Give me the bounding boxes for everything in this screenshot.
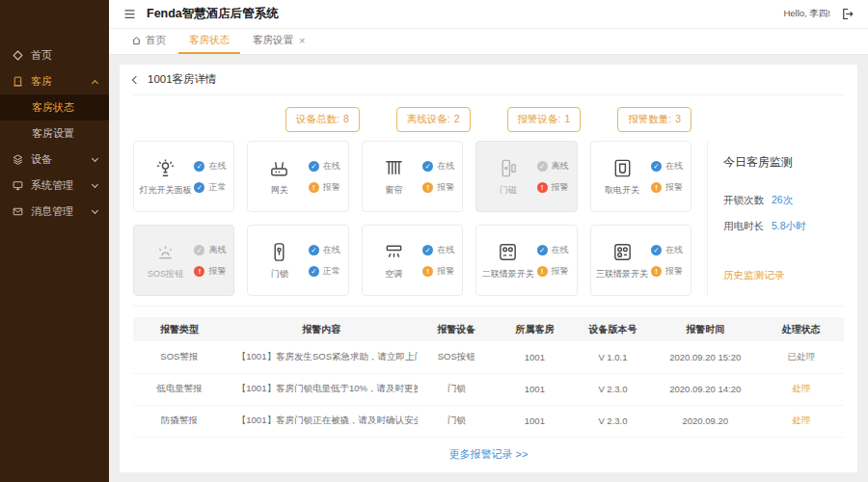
top-bar: Fenda智慧酒店后管系统 Hello, 李四! — [109, 0, 868, 29]
sidebar-item-messages[interactable]: 消息管理 — [0, 199, 109, 225]
lamp-icon — [154, 157, 176, 179]
cell-alarm-time: 2020.09.20 — [652, 405, 759, 437]
device-status-state: 正常 — [194, 181, 226, 194]
stat-offline-devices: 离线设备:2 — [396, 107, 471, 132]
close-icon[interactable]: × — [299, 35, 305, 46]
sidebar-item-system[interactable]: 系统管理 — [0, 173, 109, 199]
device-card-sos-button[interactable]: SOS按钮 离线 报警 — [133, 225, 234, 296]
cell-alarm-device: 门锁 — [418, 405, 496, 437]
handle-action-link[interactable]: 处理 — [759, 405, 844, 437]
cell-alarm-type: SOS警报 — [133, 341, 226, 373]
power-switch-icon — [611, 157, 634, 179]
device-label: 二联情景开关 — [482, 268, 534, 281]
tab-home[interactable]: 首页 — [121, 29, 176, 54]
stat-total-devices: 设备总数:8 — [285, 107, 360, 132]
device-status-connection: 离线 — [537, 160, 569, 173]
unlock-count-value: 26次 — [772, 194, 793, 207]
door-sensor-icon — [497, 157, 519, 179]
cell-room: 1001 — [496, 341, 574, 373]
sidebar-item-rooms[interactable]: 客房 — [0, 68, 109, 94]
device-status-state: 正常 — [309, 265, 340, 278]
device-grid: 灯光开关面板 在线 正常 — [133, 141, 707, 296]
tab-label: 客房设置 — [253, 34, 293, 47]
tab-room-status[interactable]: 客房状态 — [178, 29, 240, 54]
tab-room-settings[interactable]: 客房设置 × — [242, 29, 315, 54]
device-status-connection: 在线 — [422, 160, 454, 173]
status-alert-icon — [651, 266, 662, 277]
sidebar-item-room-settings[interactable]: 客房设置 — [0, 120, 109, 147]
device-status-connection: 在线 — [309, 160, 340, 173]
chevron-down-icon — [92, 154, 98, 161]
sidebar-item-home[interactable]: 首页 — [0, 42, 109, 68]
logout-icon[interactable] — [840, 7, 854, 21]
device-label: 空调 — [385, 268, 402, 281]
room-icon — [12, 75, 24, 88]
sidebar-item-label: 客房 — [31, 74, 52, 89]
device-label: 取电开关 — [605, 184, 639, 197]
main-area: Fenda智慧酒店后管系统 Hello, 李四! 首页 客房状态 客房设置 × — [109, 0, 868, 482]
device-status-connection: 在线 — [309, 244, 340, 256]
col-header-alarm-device: 报警设备 — [418, 317, 496, 341]
device-card-power-switch[interactable]: 取电开关 在线 报警 — [590, 141, 692, 212]
hamburger-menu-icon[interactable] — [122, 7, 137, 21]
history-monitor-link[interactable]: 历史监测记录 — [723, 269, 844, 282]
room-detail-panel: 1001客房详情 设备总数:8 离线设备:2 报警设备:1 报警数量:3 — [120, 65, 857, 472]
device-monitor-section: 灯光开关面板 在线 正常 — [133, 141, 844, 307]
device-status-state: 报警 — [537, 181, 569, 194]
device-card-air-conditioner[interactable]: 空调 在线 报警 — [362, 225, 463, 296]
device-icon — [12, 153, 24, 166]
col-header-handle-state: 处理状态 — [759, 317, 844, 341]
table-row: 低电量警报 【1001】客房门锁电量低于10%，请及时更换电池! 门锁 1001… — [133, 373, 844, 405]
status-check-icon — [194, 161, 204, 172]
status-alert-icon — [309, 182, 319, 193]
device-status-connection: 离线 — [194, 244, 226, 256]
door-lock-icon — [268, 241, 290, 263]
status-check-icon — [422, 161, 433, 172]
back-icon[interactable] — [132, 75, 140, 83]
status-alert-icon — [537, 182, 548, 193]
status-check-icon — [194, 182, 204, 193]
device-card-door-lock[interactable]: 门锁 在线 正常 — [247, 225, 348, 296]
message-icon — [12, 205, 24, 218]
device-label: 三联情景开关 — [596, 268, 648, 281]
device-status-state: 报警 — [422, 181, 454, 194]
home-icon — [12, 49, 24, 62]
status-check-icon — [309, 245, 319, 255]
power-duration-value: 5.8小时 — [772, 220, 806, 233]
status-alert-icon — [651, 182, 662, 193]
cell-alarm-device: SOS按钮 — [418, 341, 496, 373]
device-status-connection: 在线 — [194, 160, 226, 173]
sidebar: 首页 客房 客房状态 客房设置 设备 系统管理 — [0, 0, 109, 482]
sidebar-item-devices[interactable]: 设备 — [0, 147, 109, 173]
device-stats-row: 设备总数:8 离线设备:2 报警设备:1 报警数量:3 — [133, 95, 844, 141]
curtain-icon — [383, 157, 405, 179]
device-status-state: 报警 — [422, 265, 454, 278]
device-card-scene-switch-2[interactable]: 二联情景开关 在线 报警 — [475, 225, 577, 296]
status-check-icon — [651, 161, 662, 172]
stat-alarm-count: 报警数量:3 — [617, 107, 692, 132]
handle-action-link[interactable]: 处理 — [759, 373, 844, 405]
device-label: 灯光开关面板 — [139, 184, 191, 197]
device-status-state: 报警 — [194, 265, 226, 278]
device-card-light-panel[interactable]: 灯光开关面板 在线 正常 — [133, 141, 234, 212]
col-header-alarm-time: 报警时间 — [652, 317, 759, 341]
device-card-door-sensor[interactable]: 门磁 离线 报警 — [475, 141, 577, 212]
device-card-curtain[interactable]: 窗帘 在线 报警 — [362, 141, 463, 212]
alarm-table-header-row: 报警类型 报警内容 报警设备 所属客房 设备版本号 报警时间 处理状态 — [133, 317, 844, 341]
device-status-connection: 在线 — [651, 160, 683, 173]
sidebar-subitem-label: 客房状态 — [32, 100, 74, 115]
more-alarm-records-link[interactable]: 更多报警记录 >> — [133, 438, 844, 471]
device-label: 窗帘 — [385, 184, 402, 197]
sidebar-item-label: 设备 — [31, 152, 52, 167]
device-card-scene-switch-3[interactable]: 三联情景开关 在线 报警 — [590, 225, 692, 296]
home-icon — [131, 36, 142, 46]
tab-label: 首页 — [146, 34, 166, 47]
device-label: 门磁 — [500, 184, 517, 197]
system-icon — [12, 179, 24, 192]
today-monitor-panel: 今日客房监测 开锁次数 26次 用电时长 5.8小时 历史监测记录 — [707, 141, 844, 296]
cell-device-version: V 2.3.0 — [574, 373, 652, 405]
sidebar-item-room-status[interactable]: 客房状态 — [0, 94, 109, 120]
status-check-icon — [537, 245, 548, 255]
device-card-gateway[interactable]: 网关 在线 报警 — [247, 141, 348, 212]
device-label: 门锁 — [271, 268, 288, 281]
